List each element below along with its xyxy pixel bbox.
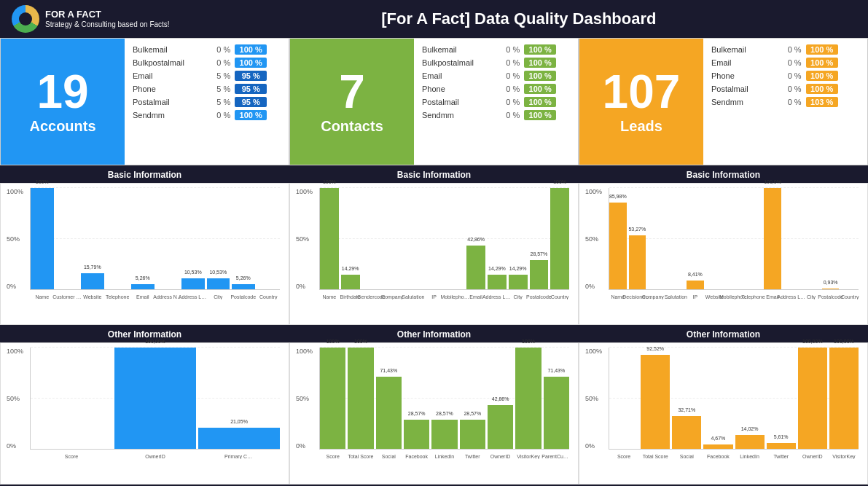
accounts-other-y-labels: 100% 50% 0%	[7, 348, 28, 450]
accounts-fields-table: Bulkemail 0 % 100 % Bulkpostalmail 0 % 1…	[125, 39, 289, 165]
leads-summary: 107 Leads Bulkemail 0 % 100 % Email 0 % …	[579, 38, 868, 165]
page-title: [For A Fact] Data Quality Dashboard	[181, 9, 856, 28]
bar-group: 100%Total Score	[348, 348, 373, 449]
bar-value-label: 32,71%	[672, 407, 701, 412]
bar-value-label: 100,00%	[798, 339, 827, 344]
field-quality-badge: 95 %	[232, 69, 283, 82]
field-name: Postalmail	[420, 95, 497, 109]
accounts-count-box: 19 Accounts	[1, 39, 125, 165]
accounts-basic-chart: 100% 50% 0% 100%NameCustomer Type15,79%W…	[0, 183, 289, 325]
contacts-basic-y-labels: 100% 50% 0%	[296, 188, 318, 290]
bar-axis-label: ParentCustomer-	[541, 454, 571, 459]
bar-group: Salutation	[404, 188, 423, 289]
bar-group: 15,79%Website	[81, 188, 104, 289]
field-missing-pct: 0 %	[497, 109, 522, 122]
bar-axis-label: Total Score	[346, 454, 375, 459]
bar-group: 10,53%Address Line1	[181, 188, 205, 289]
bar-group: Country	[257, 188, 281, 289]
field-missing-pct: 0 %	[497, 95, 522, 109]
bar-value-label: 14,29%	[336, 266, 365, 271]
bar-value-label: 100%	[318, 339, 348, 344]
field-missing-pct: 0 %	[775, 56, 804, 69]
bar-group: 32,71%Social	[672, 348, 701, 449]
contacts-other-section: Other Information 100% 50% 0% 100%Score1…	[289, 326, 579, 486]
bar-value-label: 100%	[514, 339, 543, 344]
leads-other-section: Other Information 100% 50% 0% Score92,52…	[579, 326, 868, 486]
accounts-other-section: Other Information 100% 50% 0% Score100,0…	[0, 326, 289, 486]
accounts-basic-bars: 100%NameCustomer Type15,79%WebsiteTeleph…	[30, 188, 280, 290]
bar-axis-label: Facebook	[703, 454, 732, 459]
leads-count: 107	[603, 68, 681, 115]
bar: 10,53%City	[207, 278, 230, 289]
contacts-basic-chart: 100% 50% 0% 100%Name14,29%BirthdateGende…	[289, 183, 579, 325]
field-quality-badge: 95 %	[232, 82, 283, 95]
field-missing-pct: 0 %	[208, 43, 232, 56]
field-quality-badge: 100 %	[522, 95, 572, 109]
bar: 100%Total Score	[348, 348, 373, 449]
bar-value-label: 42,86%	[486, 396, 515, 401]
contacts-other-bars: 100%Score100%Total Score71,43%Social28,5…	[319, 348, 569, 450]
bar: 28,57%Postalcode	[530, 260, 549, 289]
field-quality-badge: 100 %	[804, 82, 861, 95]
bar-value-label: 5,26%	[128, 275, 157, 281]
field-missing-pct: 0 %	[497, 43, 522, 56]
bar-group: 28,57%LinkedIn	[431, 348, 457, 449]
bar-group: 4,67%Facebook	[703, 348, 732, 449]
header: FOR A FACT Strategy & Consulting based o…	[0, 0, 868, 38]
bar-group: 5,61%Twitter	[767, 348, 796, 449]
bar-group: Company Name	[648, 188, 665, 289]
bar-axis-label: OwnerID	[798, 454, 827, 459]
bar-value-label: 14,02%	[735, 426, 765, 431]
bar-value-label: 42,86%	[461, 237, 490, 242]
bar-group: City	[802, 188, 820, 289]
bar-group: Address Line1	[783, 188, 801, 289]
bar: 21,05%Primary Contact	[198, 428, 280, 449]
bar-value-label: 100%	[315, 179, 344, 184]
bar-axis-label: Primary Contact	[224, 454, 254, 459]
bar-group: 100%Score	[320, 348, 345, 449]
field-missing-pct: 5 %	[208, 82, 232, 95]
bar-value-label: 28,57%	[402, 411, 431, 416]
bar-value-label: 100,00%	[141, 339, 170, 344]
bar: 14,29%Address Line1	[488, 275, 507, 289]
field-name: Postalmail	[130, 95, 208, 109]
bar-axis-label: OwnerID	[141, 454, 170, 459]
bar-axis-label: Score	[318, 454, 348, 459]
accounts-label: Accounts	[29, 118, 95, 135]
bar: 15,79%Website	[81, 273, 104, 289]
logo: FOR A FACT Strategy & Consulting based o…	[12, 5, 170, 33]
field-name: Bulkemail	[420, 43, 497, 56]
bar-axis-label: Country	[835, 294, 864, 299]
bar-group: 14,29%City	[509, 188, 528, 289]
field-quality-badge: 100 %	[232, 109, 283, 122]
bar-group: 14,02%LinkedIn	[735, 348, 765, 449]
leads-other-bars: Score92,52%Total Score32,71%Social4,67%F…	[609, 348, 859, 450]
leads-basic-y-labels: 100% 50% 0%	[585, 188, 607, 290]
bar-value-label: 100,00%	[829, 339, 859, 344]
bar: 71,43%Social	[376, 377, 402, 449]
bar: 85,98%Name	[609, 203, 627, 290]
field-quality-badge: 100 %	[522, 69, 572, 82]
bar-axis-label: Country	[254, 294, 283, 299]
bar: 8,41%IP	[687, 281, 704, 289]
bar-axis-label: VisitorKey	[514, 454, 543, 459]
bar: 4,67%Facebook	[703, 444, 732, 449]
field-name: Phone	[420, 82, 497, 95]
bar-group: 42,86%OwnerID	[488, 348, 513, 449]
field-missing-pct: 0 %	[497, 56, 522, 69]
bar-axis-label: Facebook	[402, 454, 431, 459]
bar-group: 100%Country	[550, 188, 569, 289]
bar-group: 100%VisitorKey	[515, 348, 541, 449]
bar-axis-label: Twitter	[767, 454, 796, 459]
field-quality-badge: 95 %	[232, 95, 283, 109]
field-missing-pct: 5 %	[208, 95, 232, 109]
bar: 92,52%Total Score	[641, 355, 670, 449]
bar: 28,57%Twitter	[460, 420, 485, 449]
bar-value-label: 100%	[545, 179, 574, 184]
bar: 5,26%Postalcode	[232, 284, 255, 289]
bar: 0,93%Postalcode	[822, 289, 840, 289]
bar-group: Telephone	[745, 188, 762, 289]
contacts-label: Contacts	[321, 118, 383, 135]
bar-group: 92,52%Total Score	[641, 348, 670, 449]
bar-group: 100,00%OwnerID	[114, 348, 196, 449]
